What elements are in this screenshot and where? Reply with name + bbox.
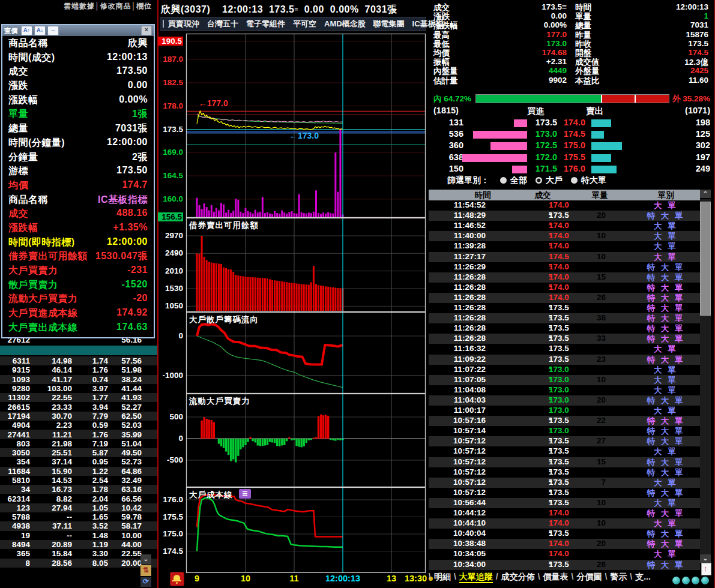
table-row[interactable]: 1719430.707.7962.50 xyxy=(0,412,157,421)
table-row[interactable]: 3416.731.7863.16 xyxy=(0,485,157,494)
bottom-tab-4[interactable]: 分價圖 xyxy=(576,572,602,581)
watchlist-table[interactable]: 2761256.16631114.981.7457.56931546.141.7… xyxy=(0,336,157,588)
trade-row[interactable]: 11:39:28174.0=8大 單 xyxy=(429,241,700,251)
trade-row[interactable]: 11:26:28173.5=33特 大 單 xyxy=(429,334,700,344)
radio-selected-icon[interactable] xyxy=(535,177,542,184)
trade-row[interactable]: 11:26:28174.0↑26特 大 單 xyxy=(429,293,700,303)
refresh-icon[interactable]: ⟳ xyxy=(140,577,151,587)
trade-row[interactable]: 10:34:00173.5=26特 大 單 xyxy=(429,560,700,570)
table-row[interactable]: 581014.532.5432.49 xyxy=(0,476,157,485)
radio-option-大戶[interactable]: 大戶 xyxy=(535,175,563,185)
depth-row[interactable]: 131173.5174.0198 xyxy=(427,118,715,129)
trade-row[interactable]: 11:26:29174.0=12特 大 單 xyxy=(429,262,700,272)
table-row[interactable]: 19--1.4810.00 xyxy=(0,531,157,540)
trade-row[interactable]: 10:34:05174.0↑7大 單 xyxy=(429,549,700,559)
quick-icon-2[interactable] xyxy=(682,577,690,584)
trade-row[interactable]: 11:26:28173.5=38特 大 單 xyxy=(429,313,700,323)
table-row[interactable]: 109341.170.7438.24 xyxy=(0,375,157,384)
trade-row[interactable]: 10:57:12173.5=38特 大 單 xyxy=(429,467,700,478)
table-row[interactable]: 493837.113.5258.17 xyxy=(0,521,157,530)
radio-icon[interactable] xyxy=(500,177,507,184)
window-icon[interactable] xyxy=(163,20,164,28)
trade-row[interactable]: 10:57:12173.5=15特 大 單 xyxy=(429,457,700,467)
table-row[interactable]: 631114.981.7457.56 xyxy=(0,356,157,365)
trade-row[interactable]: 10:38:48174.0↑20特 大 單 xyxy=(429,539,700,549)
quick-icon-1[interactable] xyxy=(672,577,680,584)
table-row[interactable]: 80321.987.1951.04 xyxy=(0,439,157,448)
table-row[interactable]: 49042.230.5952.03 xyxy=(0,421,157,430)
table-row[interactable]: 5788--1.6559.78 xyxy=(0,512,157,521)
trade-row[interactable]: 11:46:52174.0=10大 單 xyxy=(429,221,700,231)
scroll-up-icon[interactable]: ⌃ xyxy=(700,190,711,198)
list-icon[interactable]: ☰ xyxy=(239,489,251,499)
trade-row[interactable]: 10:57:12173.5=27特 大 單 xyxy=(429,436,700,446)
depth-row[interactable]: 360172.5175.0302 xyxy=(427,140,715,152)
quick-icon-3[interactable] xyxy=(692,577,699,584)
table-row[interactable]: 305025.515.8749.50 xyxy=(0,448,157,457)
depth-row[interactable]: 150171.5176.0249 xyxy=(427,164,715,175)
table-row[interactable]: 1168415.901.2264.86 xyxy=(0,467,157,476)
table-row[interactable]: 36515.843.3022.55 xyxy=(0,549,157,558)
table-row[interactable]: 1130222.551.7741.93 xyxy=(0,393,157,402)
quick-icon-4[interactable] xyxy=(701,577,709,584)
trade-row[interactable]: 10:44:10174.0↑10大 單 xyxy=(429,518,700,529)
scrollbar-thumb[interactable] xyxy=(700,202,711,316)
trade-row[interactable]: 11:48:29173.5=20特 大 單 xyxy=(429,211,700,221)
trade-row[interactable]: 11:26:28173.5=44特 大 單 xyxy=(429,323,700,334)
radio-option-全部[interactable]: 全部 xyxy=(500,175,527,185)
trade-row[interactable]: 11:16:32173.5↑10大 單 xyxy=(429,344,700,354)
bottom-tab-0[interactable]: 明細 xyxy=(434,572,451,581)
table-row[interactable]: 849420.891.1944.00 xyxy=(0,540,157,549)
trade-row[interactable]: 11:00:17173.0↓10大 單 xyxy=(429,406,700,416)
trade-row[interactable]: 10:57:14173.0↓13特 大 單 xyxy=(429,426,700,436)
trade-row[interactable]: 11:26:28174.0=15特 大 單 xyxy=(429,272,700,283)
font-increase-button[interactable]: A↑ xyxy=(21,26,32,35)
trade-row[interactable]: 11:26:28174.0=106特 大 單 xyxy=(429,283,700,293)
depth-row[interactable]: 536173.0174.5125 xyxy=(427,129,715,140)
trade-row[interactable]: 10:56:44173.5=10大 單 xyxy=(429,498,700,508)
tab-group-1[interactable]: 台灣五十 xyxy=(207,19,238,29)
resize-button[interactable]: ⇔ xyxy=(47,26,59,35)
tab-group-2[interactable]: 電子零組件 xyxy=(246,19,285,29)
table-row[interactable]: 623148.822.0466.56 xyxy=(0,494,157,503)
close-icon[interactable]: × xyxy=(141,26,152,35)
bottom-tab-5[interactable]: 警示 xyxy=(610,572,627,581)
bottom-tab-1[interactable]: 大單追蹤 xyxy=(459,572,493,583)
selected-row[interactable] xyxy=(0,346,157,355)
trade-row[interactable]: 11:40:00174.0=10大 單 xyxy=(429,231,700,241)
table-row[interactable]: 2744111.211.7635.99 xyxy=(0,430,157,439)
trade-row[interactable]: 11:26:28173.5=311特 大 單 xyxy=(429,303,700,313)
table-row[interactable]: 35437.140.9552.73 xyxy=(0,457,157,466)
quote-popup-titlebar[interactable]: 查價 A↑ A↓ ⇔ × xyxy=(2,25,154,36)
tab-group-3[interactable]: 平可空 xyxy=(293,19,316,29)
scroll-down-icon[interactable]: ⌄ xyxy=(700,554,711,563)
trade-row[interactable]: 11:54:52174.0↑10大 單 xyxy=(429,200,700,211)
trade-row[interactable]: 11:07:05173.0=10大 單 xyxy=(429,375,700,385)
table-row[interactable]: 931546.141.7651.98 xyxy=(0,365,157,374)
trade-row[interactable]: 10:57:12173.5=129特 大 單 xyxy=(429,488,700,498)
trade-row[interactable]: 10:40:04173.5=31特 大 單 xyxy=(429,529,700,539)
font-decrease-button[interactable]: A↓ xyxy=(34,26,46,35)
radio-option-特大單[interactable]: 特大單 xyxy=(571,175,606,185)
trade-row[interactable]: 10:44:12174.0↑20特 大 單 xyxy=(429,508,700,518)
table-row[interactable]: 828.568.0520.00 xyxy=(0,559,157,568)
radio-icon[interactable] xyxy=(571,177,578,184)
trade-row[interactable]: 11:09:22173.5↑23特 大 單 xyxy=(429,355,700,365)
trade-row[interactable]: 11:04:03173.0=20特 大 單 xyxy=(429,395,700,406)
bottom-tab-2[interactable]: 成交分佈 xyxy=(501,572,535,581)
trade-row[interactable]: 10:57:16173.5=22特 大 單 xyxy=(429,416,700,426)
tab-group-0[interactable]: 買賣現沖 xyxy=(168,19,199,29)
trade-row[interactable]: 10:57:12173.5=7大 單 xyxy=(429,446,700,457)
bottom-tab-3[interactable]: 價量表 xyxy=(543,572,569,581)
trade-row[interactable]: 11:27:17174.5↑10大 單 xyxy=(429,252,700,262)
trade-row[interactable]: 10:57:12173.5=7大 單 xyxy=(429,478,700,488)
table-row[interactable]: 2661523.333.9452.27 xyxy=(0,402,157,411)
trade-row[interactable]: 11:04:08173.0=8大 單 xyxy=(429,385,700,395)
table-row[interactable]: 12327.941.0510.42 xyxy=(0,503,157,512)
alert-bell-icon[interactable] xyxy=(170,572,184,586)
tab-group-4[interactable]: AMD概念股 xyxy=(324,19,366,29)
tab-group-5[interactable]: 聯電集團 xyxy=(373,19,405,29)
depth-row[interactable]: 638172.0175.5197 xyxy=(427,152,715,164)
bottom-tab-6[interactable]: 支... xyxy=(635,572,651,581)
table-row[interactable]: 9280103.003.9741.44 xyxy=(0,384,157,393)
